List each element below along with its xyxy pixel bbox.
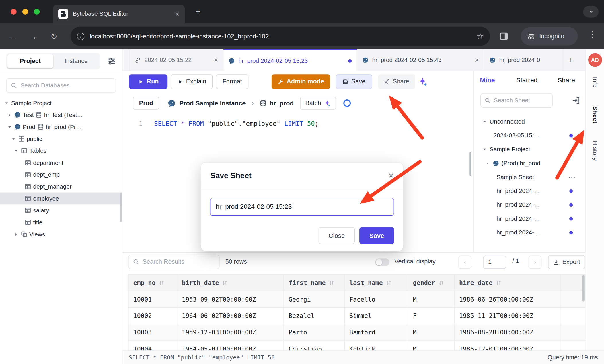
forward-button[interactable]: → — [27, 30, 40, 43]
tab-project[interactable]: Project — [7, 54, 53, 68]
tree-label: Test — [23, 111, 34, 118]
more-menu-icon[interactable]: ⋯ — [568, 173, 576, 181]
search-results-input[interactable]: Search Results — [128, 255, 219, 269]
result-row[interactable]: 100041954-05-01T00:00:00ZChirstianKoblic… — [128, 341, 585, 351]
ai-sparkle-icon[interactable] — [418, 77, 427, 86]
share-button[interactable]: Share — [378, 74, 415, 89]
tree-secondary-label: hr_prod (Pr… — [46, 123, 82, 130]
sheet-item[interactable]: Sample Sheet⋯ — [474, 170, 586, 184]
save-button[interactable]: Save — [336, 74, 372, 89]
column-header-birth_date[interactable]: birth_date — [177, 275, 284, 291]
row-filler — [560, 324, 585, 340]
sidebar-scrollbar[interactable] — [120, 193, 122, 222]
tab-instance[interactable]: Instance — [53, 54, 99, 68]
close-window-button[interactable] — [11, 9, 17, 15]
close-tab-icon[interactable]: × — [214, 56, 218, 64]
sheet-item[interactable]: hr_prod 2024-… — [474, 212, 586, 226]
search-databases-input[interactable]: Search Databases — [6, 78, 116, 93]
format-button[interactable]: Format — [216, 74, 249, 89]
result-row[interactable]: 100021964-06-02T00:00:00ZBezalelSimmelF1… — [128, 308, 585, 324]
editor-tab[interactable]: hr_prod 2024-02-05 15:43× — [357, 49, 484, 71]
column-header-emp_no[interactable]: emp_no — [128, 275, 177, 291]
tab-share[interactable]: Share — [558, 77, 575, 84]
sheet-item[interactable]: 2024-02-05 15:… — [474, 129, 586, 142]
column-header-hire_date[interactable]: hire_date — [455, 275, 560, 291]
editor-tab[interactable]: hr_prod 2024-0 — [484, 49, 563, 71]
maximize-window-button[interactable] — [34, 9, 40, 15]
vertical-display-toggle[interactable] — [375, 258, 389, 266]
back-button[interactable]: ← — [6, 30, 19, 43]
connection-status-icon[interactable] — [343, 99, 352, 107]
side-panel-icon[interactable] — [499, 32, 508, 41]
caret-down-icon — [7, 124, 12, 130]
sheet-item[interactable]: hr_prod 2024-… — [474, 184, 586, 198]
column-header-gender[interactable]: gender — [408, 275, 455, 291]
modal-close-button[interactable]: Close — [319, 227, 355, 244]
sheet-item[interactable]: Sample Project — [474, 142, 586, 156]
tab-mine[interactable]: Mine — [480, 77, 495, 84]
db-tree-item-employee[interactable]: employee — [0, 193, 122, 205]
next-page-button[interactable]: › — [529, 256, 542, 269]
tab-info[interactable]: Info — [591, 77, 598, 88]
panel-resize-handle[interactable] — [469, 152, 471, 176]
close-tab-icon[interactable]: × — [475, 56, 479, 64]
db-tree-item-dept-emp[interactable]: dept_emp — [0, 169, 122, 181]
sheet-item[interactable]: hr_prod 2024-… — [474, 226, 586, 239]
result-row[interactable]: 100011953-09-02T00:00:00ZGeorgiFacelloM1… — [128, 291, 585, 308]
filter-settings-icon[interactable] — [108, 57, 116, 65]
db-tree-item-public[interactable]: public — [0, 133, 122, 145]
instance-breadcrumb[interactable]: Prod Sample Instance — [168, 99, 246, 107]
db-tree-item-tables[interactable]: Tables — [0, 145, 122, 157]
sheet-item[interactable]: Unconnected — [474, 115, 586, 128]
tree-label: public — [27, 135, 42, 142]
modal-save-button[interactable]: Save — [359, 227, 394, 244]
bookmark-star-icon[interactable]: ☆ — [477, 32, 484, 41]
db-tree-item-test[interactable]: Testhr_test (Test… — [0, 109, 122, 121]
minimize-window-button[interactable] — [22, 9, 28, 15]
new-sheet-button[interactable]: + — [563, 49, 579, 71]
prev-page-button[interactable]: ‹ — [458, 256, 471, 269]
results-scrollbar[interactable] — [582, 275, 585, 301]
batch-button[interactable]: Batch — [300, 97, 336, 110]
table-icon — [25, 207, 31, 214]
db-tree-item-views[interactable]: Views — [0, 228, 122, 240]
sheet-name-input[interactable]: hr_prod 2024-02-05 15:23 — [210, 198, 394, 216]
environment-chip[interactable]: Prod — [133, 97, 159, 110]
tab-history[interactable]: History — [591, 141, 598, 161]
export-button[interactable]: Export — [548, 255, 585, 269]
page-number-input[interactable]: 1 — [483, 256, 506, 269]
browser-tab[interactable]: Bytebase SQL Editor × — [53, 5, 185, 23]
site-info-icon[interactable]: i — [77, 32, 85, 40]
browser-menu-icon[interactable]: ⋮ — [588, 30, 596, 39]
result-row[interactable]: 100031959-12-03T00:00:00ZPartoBamfordM19… — [128, 324, 585, 341]
db-tree-item-prod[interactable]: Prodhr_prod (Pr… — [0, 121, 122, 133]
db-tree-item-department[interactable]: department — [0, 157, 122, 169]
new-tab-button[interactable]: + — [191, 5, 205, 19]
column-header-last_name[interactable]: last_name — [345, 275, 408, 291]
db-tree-item-title[interactable]: title — [0, 216, 122, 228]
run-button[interactable]: Run — [129, 74, 167, 89]
connect-sheet-icon[interactable] — [572, 96, 580, 105]
close-modal-icon[interactable]: × — [389, 171, 394, 180]
column-header-first_name[interactable]: first_name — [284, 275, 345, 291]
editor-tab[interactable]: hr_prod 2024-02-05 15:23 — [223, 49, 357, 71]
tab-starred[interactable]: Starred — [516, 77, 537, 84]
user-avatar[interactable]: AD — [588, 53, 602, 67]
tab-search-button[interactable] — [583, 6, 599, 18]
admin-mode-button[interactable]: Admin mode — [272, 74, 330, 89]
editor-tabstrip: 2024-02-05 15:22×hr_prod 2024-02-05 15:2… — [122, 49, 585, 71]
address-bar[interactable]: i localhost:8080/sql-editor/prod-sample-… — [71, 27, 490, 46]
db-tree-item-sample-project[interactable]: Sample Project — [0, 97, 122, 109]
database-breadcrumb[interactable]: hr_prod — [260, 99, 294, 107]
close-tab-icon[interactable]: × — [175, 10, 180, 18]
db-tree-item-dept-manager[interactable]: dept_manager — [0, 181, 122, 193]
reload-button[interactable]: ↻ — [47, 30, 61, 43]
db-tree-item-salary[interactable]: salary — [0, 204, 122, 216]
tab-sheet[interactable]: Sheet — [591, 106, 598, 124]
editor-tab[interactable]: 2024-02-05 15:22× — [129, 49, 223, 71]
sheet-item[interactable]: (Prod) hr_prod — [474, 156, 586, 170]
explain-button[interactable]: Explain — [171, 74, 213, 89]
sheet-item[interactable]: hr_prod 2024-… — [474, 198, 586, 212]
postgres-icon — [14, 124, 21, 130]
search-sheets-input[interactable]: Search Sheet — [480, 93, 553, 108]
